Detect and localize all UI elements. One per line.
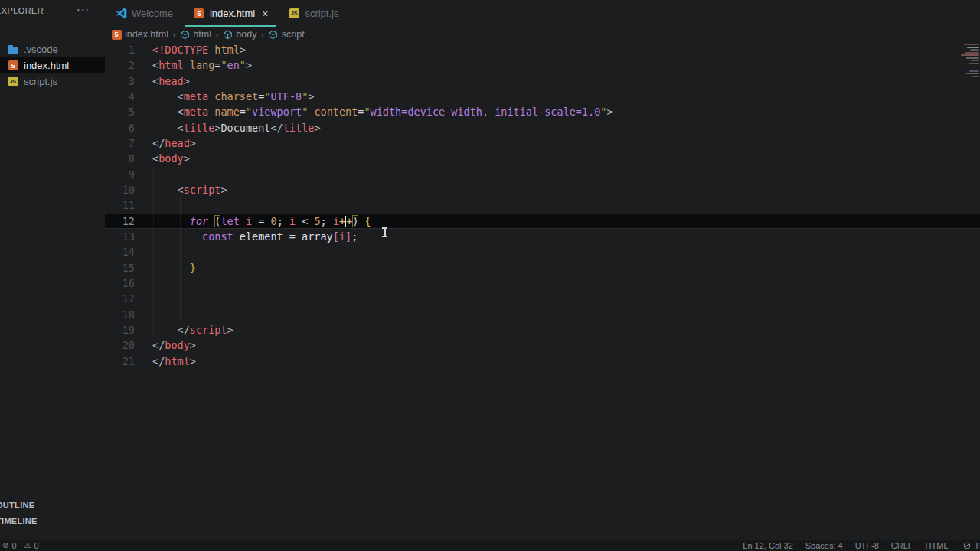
tab-script.js[interactable]: JSscript.js	[278, 0, 348, 27]
code-line-6[interactable]: 6 <title>Document</title>	[105, 120, 980, 135]
breadcrumb: 5index.html›html›body›script	[111, 27, 980, 42]
code-line-20[interactable]: 20</body>	[105, 337, 980, 353]
line-number: 6	[105, 120, 135, 135]
code-editor[interactable]: 1<!DOCTYPE html>2<html lang="en">3<head>…	[105, 42, 980, 540]
file-item-script.js[interactable]: JSscript.js	[0, 73, 105, 90]
code-text: </html>	[152, 354, 196, 369]
code-line-4[interactable]: 4 <meta charset="UTF-8">	[105, 89, 980, 104]
timeline-section-header[interactable]: TIMELINE	[0, 514, 111, 530]
status-label: Ln 12, Col 32	[743, 541, 792, 550]
explorer-header: EXPLORER ···	[0, 6, 103, 15]
breadcrumb-item-index.html[interactable]: 5index.html	[111, 29, 168, 40]
line-number: 8	[105, 151, 135, 166]
problems-warnings[interactable]: ⚠ 0	[24, 541, 39, 550]
code-line-8[interactable]: 8<body>	[105, 151, 980, 166]
status-po[interactable]: Po	[961, 540, 980, 551]
tab-close-icon[interactable]: ×	[262, 8, 268, 19]
sidebar-sections: OUTLINE TIMELINE	[0, 497, 111, 530]
code-line-3[interactable]: 3<head>	[105, 73, 980, 89]
code-text: <head>	[152, 73, 190, 89]
breadcrumb-separator: ›	[215, 29, 218, 41]
code-line-21[interactable]: 21</html>	[105, 354, 980, 369]
explorer-actions-button[interactable]: ···	[77, 3, 90, 15]
indent-guide	[153, 167, 154, 338]
line-number: 3	[105, 73, 135, 89]
code-text: <body>	[152, 151, 190, 166]
code-line-16[interactable]: 16	[105, 276, 980, 291]
js-file-icon: JS	[288, 8, 300, 20]
breadcrumb-label: body	[236, 29, 256, 40]
file-item-index.html[interactable]: 5index.html	[0, 57, 105, 73]
breadcrumb-label: html	[193, 29, 211, 40]
breadcrumb-item-body[interactable]: body	[222, 29, 256, 40]
code-line-12[interactable]: 12 for (let i = 0; i < 5; i++) {	[105, 214, 980, 229]
line-number: 1	[105, 42, 135, 57]
file-label: script.js	[24, 76, 57, 87]
html-file-icon: 5	[193, 8, 205, 20]
code-line-2[interactable]: 2<html lang="en">	[105, 57, 980, 73]
breadcrumb-item-script[interactable]: script	[268, 29, 305, 40]
line-number: 19	[105, 322, 135, 337]
vscode-window: EXPLORER ··· .vscode5index.htmlJSscript.…	[0, 0, 980, 551]
status-html[interactable]: HTML	[926, 541, 949, 550]
code-text: for (let i = 0; i < 5; i++) {	[152, 214, 371, 229]
code-line-7[interactable]: 7</head>	[105, 135, 980, 151]
js-file-icon: JS	[7, 76, 19, 88]
line-number: 18	[105, 307, 135, 322]
explorer-sidebar: EXPLORER ··· .vscode5index.htmlJSscript.…	[0, 0, 105, 540]
line-number: 20	[105, 337, 135, 353]
problems-errors[interactable]: ⊘ 0	[2, 541, 17, 550]
code-line-14[interactable]: 14	[105, 244, 980, 259]
status-left: ⊘ 0 ⚠ 0	[2, 541, 39, 550]
outline-section-header[interactable]: OUTLINE	[0, 497, 111, 514]
code-line-1[interactable]: 1<!DOCTYPE html>	[105, 42, 980, 57]
vscode-logo-icon	[115, 8, 127, 20]
code-text: </script>	[152, 322, 234, 337]
code-text: </body>	[152, 337, 196, 353]
breadcrumb-item-html[interactable]: html	[179, 29, 211, 40]
line-number: 7	[105, 135, 135, 151]
file-label: .vscode	[24, 44, 58, 55]
vscode-folder-icon	[7, 44, 19, 56]
code-text: <!DOCTYPE html>	[152, 42, 246, 57]
line-number: 16	[105, 276, 135, 291]
status-right: Ln 12, Col 32Spaces: 4UTF-8CRLFHTMLPo	[743, 540, 980, 551]
html-file-icon: 5	[111, 29, 122, 40]
code-line-11[interactable]: 11	[105, 197, 980, 213]
code-line-17[interactable]: 17	[105, 291, 980, 306]
code-line-9[interactable]: 9	[105, 167, 980, 182]
status-ln-12-col-32[interactable]: Ln 12, Col 32	[743, 541, 792, 550]
code-line-10[interactable]: 10 <script>	[105, 182, 980, 197]
file-item-.vscode[interactable]: .vscode	[0, 41, 105, 57]
circle-slash-icon	[961, 540, 973, 551]
line-number: 10	[105, 182, 135, 197]
code-text: <html lang="en">	[152, 57, 252, 73]
tab-label: index.html	[210, 8, 255, 19]
code-text: <meta charset="UTF-8">	[152, 89, 314, 104]
status-crlf[interactable]: CRLF	[891, 541, 913, 550]
file-label: index.html	[24, 60, 69, 71]
line-number: 9	[105, 167, 135, 182]
line-number: 21	[105, 354, 135, 369]
line-number: 17	[105, 291, 135, 306]
tab-bar: Welcome5index.html×JSscript.js	[105, 0, 980, 27]
code-line-18[interactable]: 18	[105, 307, 980, 322]
explorer-title: EXPLORER	[0, 6, 44, 15]
cube-icon	[268, 29, 279, 40]
tab-index.html[interactable]: 5index.html×	[183, 0, 278, 27]
tab-Welcome[interactable]: Welcome	[105, 0, 183, 27]
status-label: UTF-8	[855, 541, 879, 550]
status-label: Po	[976, 541, 980, 550]
file-list: .vscode5index.htmlJSscript.js	[0, 41, 105, 90]
code-line-13[interactable]: 13 const element = array[i];	[105, 229, 980, 244]
status-spaces-4[interactable]: Spaces: 4	[805, 541, 843, 550]
warning-count-icon: ⚠	[24, 542, 31, 549]
line-number: 15	[105, 260, 135, 276]
code-line-15[interactable]: 15 }	[105, 260, 980, 276]
minimap[interactable]	[959, 44, 979, 78]
status-utf-8[interactable]: UTF-8	[855, 541, 879, 550]
code-line-5[interactable]: 5 <meta name="viewport" content="width=d…	[105, 104, 980, 119]
code-line-19[interactable]: 19 </script>	[105, 322, 980, 337]
code-text: const element = array[i];	[152, 229, 358, 244]
status-bar: ⊘ 0 ⚠ 0 Ln 12, Col 32Spaces: 4UTF-8CRLFH…	[0, 540, 980, 551]
